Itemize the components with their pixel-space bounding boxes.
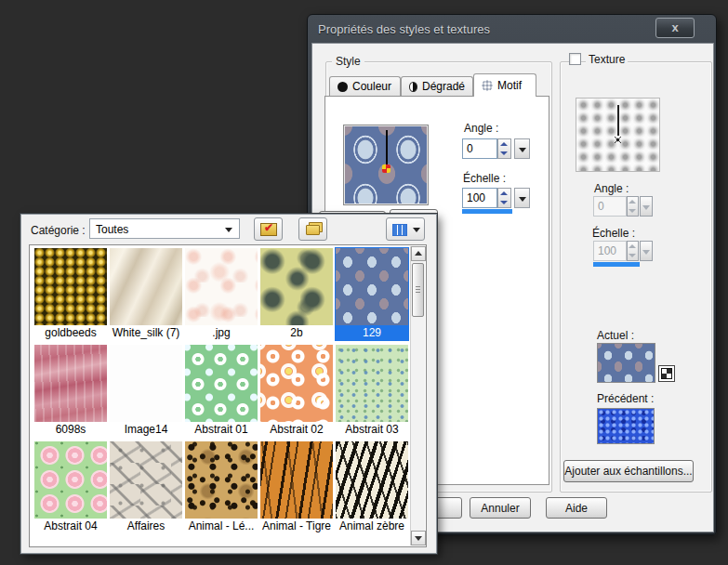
texture-item-label: 6098s bbox=[33, 423, 108, 436]
transparency-button[interactable] bbox=[658, 365, 675, 382]
category-label: Catégorie : bbox=[31, 224, 86, 237]
texture-item-label: Abstrait 03 bbox=[335, 423, 409, 436]
edit-swatch-icon bbox=[260, 223, 277, 236]
texture-item[interactable]: Abstrait 04 bbox=[33, 440, 108, 534]
texture-thumb-jpg[interactable] bbox=[185, 248, 258, 325]
texture-thumb-abstrait04[interactable] bbox=[34, 441, 107, 519]
texture-preview-button bbox=[576, 98, 660, 172]
texture-item[interactable]: Animal zèbre bbox=[335, 440, 409, 534]
angle-input[interactable]: 0 bbox=[462, 138, 497, 159]
texture-thumb-zebre[interactable] bbox=[336, 441, 408, 519]
help-button[interactable]: Aide bbox=[546, 497, 607, 519]
texture-item[interactable]: goldbeeds bbox=[33, 247, 108, 341]
texture-origin-marker bbox=[615, 137, 621, 143]
scale-input[interactable]: 100 bbox=[462, 188, 497, 208]
texture-angle-dropdown bbox=[640, 196, 653, 217]
texture-item[interactable]: Image14 bbox=[109, 344, 183, 438]
step-up-icon bbox=[500, 191, 508, 195]
close-button[interactable]: x bbox=[655, 18, 695, 38]
close-icon: x bbox=[671, 20, 678, 34]
texture-thumb-image14[interactable] bbox=[110, 345, 182, 422]
category-select[interactable]: Toutes bbox=[89, 218, 240, 239]
scale-value-bar bbox=[462, 209, 512, 214]
texture-item[interactable]: Animal - Lé... bbox=[184, 440, 258, 534]
vertical-scrollbar[interactable] bbox=[410, 246, 425, 545]
texture-thumb-whitesilk[interactable] bbox=[110, 248, 182, 325]
scroll-down-button[interactable] bbox=[411, 531, 426, 545]
texture-item[interactable]: Abstrait 02 bbox=[259, 344, 334, 438]
texture-item-label: Animal zèbre bbox=[335, 519, 409, 532]
category-value: Toutes bbox=[96, 223, 128, 236]
add-to-swatches-button[interactable]: Ajouter aux échantillons... bbox=[563, 460, 694, 482]
checker-icon bbox=[661, 368, 672, 379]
style-group-label: Style bbox=[332, 55, 364, 68]
angle-indicator-line bbox=[386, 130, 388, 166]
texture-thumb-6098s[interactable] bbox=[34, 345, 107, 422]
texture-item[interactable]: Affaires bbox=[109, 440, 183, 534]
current-swatch bbox=[597, 343, 655, 383]
texture-thumb-affaires[interactable] bbox=[110, 441, 182, 519]
edit-swatch-button[interactable] bbox=[254, 217, 283, 241]
texture-thumb-129[interactable] bbox=[336, 248, 408, 325]
step-up-icon bbox=[629, 244, 636, 248]
texture-item-label: Abstrait 02 bbox=[259, 423, 334, 436]
tab-couleur[interactable]: Couleur bbox=[329, 76, 401, 96]
angle-stepper[interactable] bbox=[497, 138, 511, 159]
texture-thumb-2b[interactable] bbox=[260, 248, 333, 325]
tab-motif[interactable]: Motif bbox=[473, 73, 536, 97]
chevron-down-icon bbox=[519, 148, 526, 152]
texture-angle-input: 0 bbox=[593, 196, 627, 217]
scroll-up-button[interactable] bbox=[411, 246, 426, 261]
chevron-down-icon bbox=[413, 228, 420, 232]
texture-scale-dropdown bbox=[640, 241, 653, 261]
texture-thumb-abstrait03[interactable] bbox=[336, 345, 408, 422]
angle-label: Angle : bbox=[464, 122, 498, 135]
texture-item[interactable]: .jpg bbox=[184, 247, 258, 341]
step-up-icon bbox=[629, 200, 636, 204]
texture-checkbox[interactable] bbox=[569, 53, 581, 65]
texture-item-label: 2b bbox=[259, 326, 334, 339]
previous-label: Précédent : bbox=[597, 392, 654, 405]
texture-item[interactable]: Animal - Tigre bbox=[259, 440, 334, 534]
gradient-circle-icon bbox=[409, 82, 417, 92]
triangle-up-icon bbox=[415, 251, 422, 256]
step-down-icon bbox=[500, 201, 508, 204]
texture-item[interactable]: Abstrait 03 bbox=[335, 344, 409, 438]
texture-item[interactable]: 2b bbox=[259, 247, 334, 341]
triangle-down-icon bbox=[415, 536, 422, 541]
chevron-down-icon bbox=[225, 228, 232, 232]
pattern-picker-popup: Catégorie : Toutes goldbeedsWhite_silk (… bbox=[20, 214, 437, 554]
texture-thumb-tigre[interactable] bbox=[260, 441, 333, 519]
texture-item[interactable]: Abstrait 01 bbox=[184, 344, 258, 438]
texture-item-label: Image14 bbox=[109, 423, 183, 436]
texture-thumb-goldbeeds[interactable] bbox=[34, 248, 107, 325]
step-down-icon bbox=[500, 151, 508, 155]
texture-scale-label: Échelle : bbox=[592, 227, 635, 240]
scrollbar-thumb[interactable] bbox=[412, 263, 424, 317]
file-locations-icon bbox=[306, 225, 320, 235]
texture-item-label: Abstrait 01 bbox=[184, 423, 258, 436]
texture-item[interactable]: 129 bbox=[335, 247, 409, 341]
thumb-grip bbox=[416, 286, 420, 287]
angle-slider-dropdown[interactable] bbox=[514, 138, 530, 159]
cancel-button[interactable]: Annuler bbox=[470, 497, 531, 519]
texture-thumb-leopard[interactable] bbox=[185, 441, 258, 519]
texture-thumb-abstrait01[interactable] bbox=[185, 345, 258, 422]
view-options-button[interactable] bbox=[386, 217, 425, 241]
angle-origin-marker[interactable] bbox=[382, 164, 390, 173]
chevron-down-icon bbox=[642, 205, 650, 210]
texture-item[interactable]: White_silk (7) bbox=[109, 247, 183, 341]
pattern-preview-button[interactable] bbox=[343, 125, 429, 205]
chevron-down-icon bbox=[519, 197, 526, 202]
texture-item-label: Animal - Tigre bbox=[259, 519, 334, 532]
texture-item[interactable]: 6098s bbox=[33, 344, 108, 438]
file-locations-button[interactable] bbox=[298, 217, 327, 241]
tab-degrade[interactable]: Dégradé bbox=[401, 76, 473, 96]
scale-slider-dropdown[interactable] bbox=[514, 188, 530, 208]
texture-item-label: Animal - Lé... bbox=[184, 519, 258, 532]
tab-degrade-label: Dégradé bbox=[422, 80, 465, 93]
color-circle-icon bbox=[338, 82, 348, 92]
scale-stepper[interactable] bbox=[497, 188, 511, 208]
titlebar[interactable]: Propriétés des styles et textures x bbox=[308, 15, 716, 43]
texture-thumb-abstrait02[interactable] bbox=[260, 345, 333, 422]
